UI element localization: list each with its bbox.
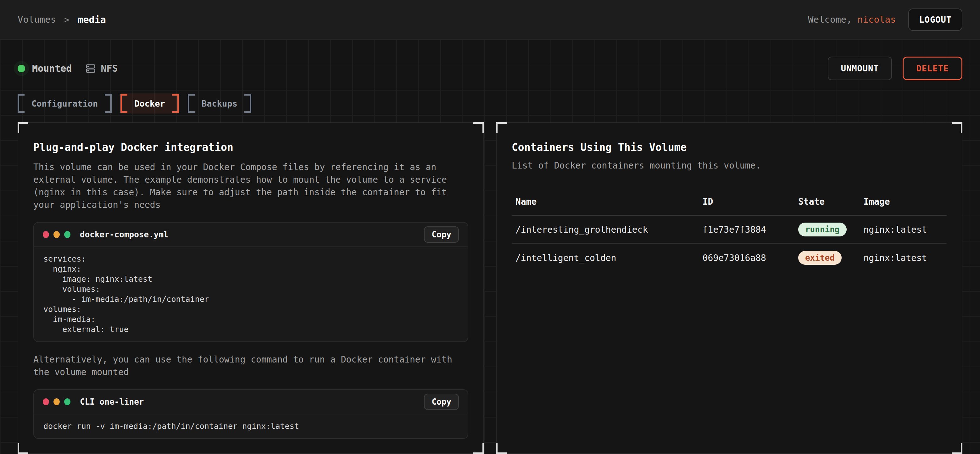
panel-corner — [473, 443, 484, 454]
panel-corner — [496, 443, 507, 454]
breadcrumb-volumes-link[interactable]: Volumes — [18, 14, 56, 25]
panel-corner — [952, 122, 963, 133]
volume-type-label: NFS — [101, 63, 118, 74]
column-header-id: ID — [699, 190, 794, 215]
code-content: docker run -v im-media:/path/in/containe… — [34, 414, 468, 438]
tab-backups[interactable]: Backups — [188, 94, 251, 113]
panel-corner — [18, 443, 28, 454]
welcome-text: Welcome, nicolas — [808, 14, 896, 25]
panel-title: Plug-and-play Docker integration — [33, 141, 468, 154]
docker-integration-panel: Plug-and-play Docker integration This vo… — [18, 122, 484, 454]
traffic-light-green-icon — [64, 231, 70, 238]
code-content: services: nginx: image: nginx:latest vol… — [34, 247, 468, 341]
code-filename: docker-compose.yml — [80, 230, 169, 239]
state-badge: running — [798, 222, 846, 237]
window-controls — [43, 231, 70, 238]
cell-state: exited — [794, 244, 859, 271]
delete-button[interactable]: DELETE — [903, 57, 963, 80]
panel-corner — [473, 122, 484, 133]
compose-code-block: docker-compose.yml Copy services: nginx:… — [33, 222, 468, 342]
unmount-button[interactable]: UNMOUNT — [828, 57, 892, 80]
traffic-light-red-icon — [43, 231, 49, 238]
top-bar: Volumes > media Welcome, nicolas LOGOUT — [0, 0, 980, 40]
column-header-name: Name — [512, 190, 699, 215]
username: nicolas — [858, 14, 896, 25]
panel-subtitle: List of Docker containers mounting this … — [512, 160, 947, 171]
main-content: Mounted NFS UNMOUNT DELETE Configuration… — [0, 40, 980, 454]
nfs-server-icon — [85, 63, 96, 74]
breadcrumb-current: media — [77, 14, 106, 25]
state-badge: exited — [798, 251, 842, 265]
column-header-state: State — [794, 190, 859, 215]
tab-bar: Configuration Docker Backups — [18, 94, 963, 113]
copy-button[interactable]: Copy — [424, 394, 459, 410]
logout-button[interactable]: LOGOUT — [908, 8, 963, 31]
cell-id: 069e73016a88 — [699, 244, 794, 271]
window-controls — [43, 398, 70, 405]
panel-title: Containers Using This Volume — [512, 141, 947, 154]
panel-corner — [952, 443, 963, 454]
containers-panel: Containers Using This Volume List of Doc… — [496, 122, 963, 454]
traffic-light-amber-icon — [54, 398, 60, 405]
traffic-light-green-icon — [64, 398, 70, 405]
panel-corner — [18, 122, 28, 133]
status-bar: Mounted NFS UNMOUNT DELETE — [18, 40, 963, 80]
tab-docker[interactable]: Docker — [121, 94, 179, 113]
cli-intro-text: Alternatively, you can use the following… — [33, 353, 457, 379]
column-header-image: Image — [859, 190, 947, 215]
traffic-light-amber-icon — [54, 231, 60, 238]
cell-name: /intelligent_colden — [512, 244, 699, 271]
cell-image: nginx:latest — [859, 244, 947, 271]
mount-status-label: Mounted — [32, 63, 72, 74]
panel-description: This volume can be used in your Docker C… — [33, 161, 457, 211]
cell-name: /interesting_grothendieck — [512, 215, 699, 244]
code-filename: CLI one-liner — [80, 397, 144, 406]
cli-code-block: CLI one-liner Copy docker run -v im-medi… — [33, 389, 468, 439]
cell-state: running — [794, 215, 859, 244]
breadcrumb: Volumes > media — [18, 14, 106, 25]
copy-button[interactable]: Copy — [424, 226, 459, 243]
mounted-status-dot-icon — [18, 65, 25, 72]
table-row: /intelligent_colden 069e73016a88 exited … — [512, 244, 947, 271]
tab-configuration[interactable]: Configuration — [18, 94, 111, 113]
code-block-header: CLI one-liner Copy — [34, 390, 468, 414]
traffic-light-red-icon — [43, 398, 49, 405]
table-row: /interesting_grothendieck f1e73e7f3884 r… — [512, 215, 947, 244]
cell-image: nginx:latest — [859, 215, 947, 244]
code-block-header: docker-compose.yml Copy — [34, 222, 468, 247]
table-header-row: Name ID State Image — [512, 190, 947, 215]
chevron-right-icon: > — [64, 15, 69, 24]
panel-corner — [496, 122, 507, 133]
containers-table: Name ID State Image /interesting_grothen… — [512, 190, 947, 271]
cell-id: f1e73e7f3884 — [699, 215, 794, 244]
